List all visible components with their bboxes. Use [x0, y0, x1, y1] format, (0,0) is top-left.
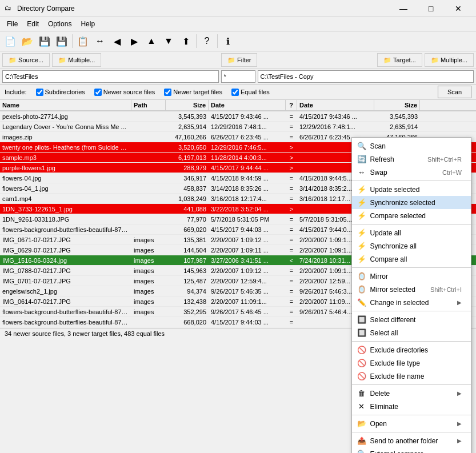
table-row[interactable]: Legendary Cover - You're Gonna Miss Me .…	[0, 122, 476, 132]
cell-diff: =	[286, 277, 297, 285]
header-name[interactable]: Name	[0, 100, 131, 110]
cell-size-left: 288,979	[166, 164, 209, 172]
ctx-scan[interactable]: 🔍 Scan	[352, 139, 471, 153]
window-title: Directory Compare	[17, 5, 390, 13]
cell-date-left: 4/15/2017 9:44:03 ...	[209, 318, 286, 326]
cell-size-left: 458,837	[166, 185, 209, 193]
cell-size-left: 135,381	[166, 236, 209, 244]
ctx-sync-all[interactable]: ⚡ Synchronize all	[352, 239, 471, 252]
newer-source-check[interactable]: Newer source files	[94, 89, 155, 96]
toolbar-sep3	[217, 34, 218, 48]
cell-size-right: 2,635,914	[374, 123, 420, 131]
cell-path: images	[131, 277, 166, 285]
toolbar-up[interactable]: ▲	[143, 33, 159, 49]
menu-file[interactable]: File	[2, 18, 22, 30]
ctx-sync-all-icon: ⚡	[357, 242, 367, 250]
pattern-input[interactable]	[221, 70, 255, 83]
toolbar-sep1	[72, 34, 73, 48]
cell-size-left: 6,197,013	[166, 154, 209, 162]
ctx-compare-all-label: Compare all	[370, 255, 462, 263]
cell-path	[131, 198, 166, 199]
ctx-select-all-label: Select all	[370, 329, 462, 337]
cell-diff: =	[286, 215, 297, 223]
ctx-refresh-shortcut: Shift+Ctrl+R	[427, 156, 462, 163]
cell-size-left: 107,987	[166, 256, 209, 264]
header-diff[interactable]: ?	[286, 100, 297, 110]
cell-size-left: 346,917	[166, 174, 209, 182]
ctx-update-all[interactable]: ⚡ Update all	[352, 226, 471, 239]
header-size-left[interactable]: Size	[166, 100, 209, 110]
cell-name: flowers-background-butterflies-beautiful…	[0, 318, 131, 326]
cell-path: images	[131, 267, 166, 275]
toolbar-help[interactable]: ?	[199, 33, 215, 49]
toolbar-right[interactable]: ▶	[126, 33, 142, 49]
cell-date-right: 12/29/2016 7:48:1...	[297, 123, 374, 131]
ctx-refresh[interactable]: 🔄 Refresh Shift+Ctrl+R	[352, 153, 471, 166]
menu-bar: File Edit Options Help	[0, 17, 476, 31]
menu-options[interactable]: Options	[43, 18, 76, 30]
cell-date-left: 2/20/2007 1:09:12 ...	[209, 236, 286, 244]
header-path[interactable]: Path	[131, 100, 166, 110]
header-date-left[interactable]: Date	[209, 100, 286, 110]
cell-diff: =	[286, 246, 297, 254]
ctx-mirror[interactable]: 🪞 Mirror	[352, 270, 471, 283]
scan-button[interactable]: Scan	[438, 86, 471, 98]
toolbar-save[interactable]: 💾	[37, 33, 53, 49]
ctx-swap-shortcut: Ctrl+W	[442, 169, 462, 176]
cell-diff: =	[286, 113, 297, 121]
close-button[interactable]: ✕	[445, 2, 471, 15]
newer-target-check[interactable]: Newer target files	[164, 89, 222, 96]
toolbar-copy[interactable]: 📋	[75, 33, 91, 49]
multiple-left-button[interactable]: 📁 Multiple...	[52, 53, 101, 67]
cell-path: images	[131, 246, 166, 254]
ctx-sync-selected[interactable]: ⚡ Synchronize selected	[352, 196, 471, 209]
toolbar-new[interactable]: 📄	[2, 33, 18, 49]
menu-edit[interactable]: Edit	[22, 18, 43, 30]
maximize-button[interactable]: □	[418, 2, 444, 15]
cell-size-left: 47,160,266	[166, 133, 209, 141]
ctx-compare-selected[interactable]: ⚡ Compare selected	[352, 209, 471, 222]
toolbar-open[interactable]: 📂	[19, 33, 35, 49]
source-button[interactable]: 📁 Source...	[2, 53, 50, 67]
toolbar-swap[interactable]: ↔	[92, 33, 108, 49]
cell-name: twenty one pilots- Heathens (from Suicid…	[0, 143, 131, 151]
toolbar-down[interactable]: ▼	[161, 33, 177, 49]
include-label: Include:	[5, 89, 27, 95]
right-path-input[interactable]	[258, 70, 474, 83]
equal-files-check[interactable]: Equal files	[231, 89, 270, 96]
subdirectories-check[interactable]: Subdirectories	[36, 89, 85, 96]
minimize-button[interactable]: —	[390, 2, 417, 15]
toolbar-save-as[interactable]: 💾	[54, 33, 70, 49]
table-row[interactable]: pexels-photo-27714.jpg 3,545,393 4/15/20…	[0, 111, 476, 122]
left-path-input[interactable]	[2, 70, 219, 83]
cell-path	[131, 116, 166, 117]
ctx-select-different[interactable]: 🔲 Select different	[352, 313, 471, 326]
cell-date-left: 4/15/2017 9:43:46 ...	[209, 113, 286, 121]
ctx-change-selected[interactable]: ✏️ Change in selected ▶	[352, 296, 471, 309]
ctx-swap-icon: ↔	[357, 168, 367, 177]
filter-button[interactable]: 📁 Filter	[221, 53, 258, 67]
cell-path	[131, 209, 166, 210]
cell-name: purple-flowers1.jpg	[0, 164, 131, 172]
multiple-right-button[interactable]: 📁 Multiple...	[425, 53, 474, 67]
ctx-mirror-selected[interactable]: 🪞 Mirror selected Shift+Ctrl+I	[352, 283, 471, 296]
header-size-right[interactable]: Size	[374, 100, 420, 110]
ctx-compare-all[interactable]: ⚡ Compare all	[352, 252, 471, 266]
ctx-select-all[interactable]: 🔲 Select all	[352, 326, 471, 338]
cell-name: cam1.mp4	[0, 195, 131, 203]
ctx-change-selected-label: Change in selected	[370, 299, 454, 307]
ctx-update-selected[interactable]: ⚡ Update selected	[352, 183, 471, 196]
menu-help[interactable]: Help	[76, 18, 99, 30]
cell-diff: =	[286, 318, 297, 326]
toolbar-arrow[interactable]: ⬆	[178, 33, 194, 49]
toolbar-sep2	[196, 34, 197, 48]
ctx-swap[interactable]: ↔ Swap Ctrl+W	[352, 166, 471, 179]
cell-path	[131, 137, 166, 138]
cell-size-left: 77,970	[166, 215, 209, 223]
header-date-right[interactable]: Date	[297, 100, 374, 110]
target-button[interactable]: 📁 Target...	[377, 53, 422, 67]
toolbar-info[interactable]: ℹ	[220, 33, 236, 49]
ctx-update-selected-icon: ⚡	[357, 185, 367, 194]
cell-size-left: 125,487	[166, 277, 209, 285]
toolbar-left[interactable]: ◀	[109, 33, 125, 49]
